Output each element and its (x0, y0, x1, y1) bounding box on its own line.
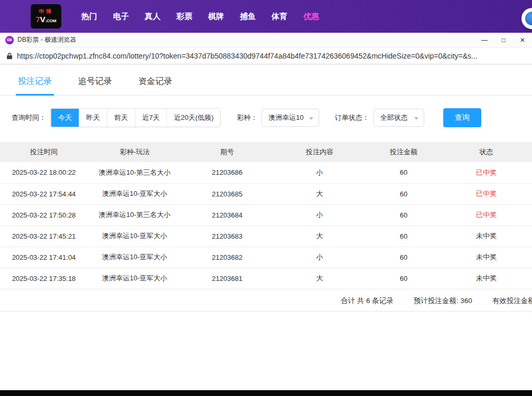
tab[interactable]: 投注记录 (16, 69, 54, 95)
close-button[interactable]: ✕ (513, 33, 532, 47)
cell-bet-time: 2025-03-22 17:50:28 (0, 204, 88, 225)
table-header-cell: 期号 (182, 142, 273, 162)
menu-item[interactable]: 体育 (272, 12, 287, 22)
service-badge-icon (525, 12, 532, 25)
cell-bet-time: 2025-03-22 17:41:04 (0, 247, 88, 268)
order-status-select-value: 全部状态 (380, 113, 408, 122)
menu-item[interactable]: 电子 (113, 12, 129, 22)
bet-records-table: 投注时间彩种-玩法期号投注内容投注金额状态 2025-03-22 18:00:2… (0, 142, 532, 289)
menu-item[interactable]: 棋牌 (208, 12, 224, 22)
minimize-button[interactable]: — (475, 33, 494, 47)
status-badge: 未中奖 (441, 268, 532, 289)
cell-issue: 21203683 (182, 225, 273, 247)
cell-issue: 21203682 (182, 247, 273, 268)
table-header: 投注时间彩种-玩法期号投注内容投注金额状态 (0, 142, 532, 162)
url-text: https://ctop02pchwp1.zfnc84.com/lottery/… (17, 52, 478, 60)
cell-bet-time: 2025-03-22 17:45:21 (0, 225, 88, 247)
status-badge: 已中奖 (441, 204, 532, 225)
window-titlebar: D8 DB彩票 - 极速浏览器 — □ ✕ (0, 33, 532, 48)
cell-game: 澳洲幸运10-亚军大小 (88, 268, 182, 289)
table-row: 2025-03-22 17:45:21 澳洲幸运10-亚军大小 21203683… (0, 225, 532, 247)
cell-issue: 21203684 (182, 204, 273, 225)
time-filter-button[interactable]: 今天 (51, 109, 79, 127)
menu-item[interactable]: 彩票 (176, 12, 192, 22)
floating-service-icon[interactable] (521, 8, 532, 29)
valid-amount-text: 有效投注金额 (492, 296, 532, 306)
cell-content: 大 (273, 225, 367, 247)
menu-item[interactable]: 优惠 (303, 12, 319, 22)
cell-content: 小 (273, 162, 367, 183)
time-filter-button[interactable]: 近7天 (135, 109, 166, 127)
cell-game: 澳洲幸运10-亚军大小 (88, 225, 182, 247)
search-button[interactable]: 查询 (443, 108, 481, 127)
table-row: 2025-03-22 17:35:18 澳洲幸运10-亚军大小 21203681… (0, 268, 532, 289)
logo-v: V (40, 15, 45, 24)
cell-game: 澳洲幸运10-第三名大小 (88, 162, 182, 183)
cell-amount: 60 (367, 183, 441, 204)
cell-content: 大 (273, 268, 367, 289)
time-filter-button[interactable]: 前天 (107, 109, 135, 127)
cell-content: 小 (273, 247, 367, 268)
lottery-select-value: 澳洲幸运10 (268, 113, 303, 122)
tab[interactable]: 追号记录 (76, 69, 114, 95)
record-tabs: 投注记录追号记录资金记录 (0, 69, 532, 96)
table-header-cell: 状态 (441, 142, 532, 162)
chevron-down-icon (414, 117, 418, 120)
tab[interactable]: 资金记录 (136, 69, 174, 95)
table-header-cell: 投注内容 (273, 142, 367, 162)
status-badge: 已中奖 (441, 162, 532, 183)
status-badge: 未中奖 (441, 225, 532, 247)
cell-amount: 60 (367, 162, 441, 183)
lottery-select[interactable]: 澳洲幸运10 (262, 109, 319, 127)
time-filter-button[interactable]: 昨天 (79, 109, 107, 127)
table-header-cell: 投注金额 (367, 142, 441, 162)
menu-item[interactable]: 热门 (81, 12, 97, 22)
table-header-cell: 投注时间 (0, 142, 88, 162)
summary-footer: 合计 共 6 条记录 预计投注金额: 360 有效投注金额 (0, 289, 532, 312)
filter-toolbar: 查询时间： 今天昨天前天近7天近20天(低频) 彩种： 澳洲幸运10 订单状态：… (12, 108, 532, 127)
titlebar-left: D8 DB彩票 - 极速浏览器 (5, 35, 76, 44)
maximize-button[interactable]: □ (494, 33, 513, 47)
cell-content: 小 (273, 204, 367, 225)
menu-item[interactable]: 真人 (145, 12, 161, 22)
time-filter-label: 查询时间： (12, 113, 46, 122)
address-bar[interactable]: https://ctop02pchwp1.zfnc84.com/lottery/… (0, 48, 532, 64)
bottom-black-bar (0, 390, 532, 396)
menu-item[interactable]: 捕鱼 (240, 12, 256, 22)
cell-bet-time: 2025-03-22 17:54:44 (0, 183, 88, 204)
logo-text-main: 7V.COM (35, 15, 56, 25)
window-title: DB彩票 - 极速浏览器 (17, 35, 76, 44)
order-status-select[interactable]: 全部状态 (374, 109, 424, 127)
table-row: 2025-03-22 17:54:44 澳洲幸运10-亚军大小 21203685… (0, 183, 532, 204)
logo-com: .COM (45, 18, 57, 23)
top-navigation: 申博 7V.COM 热门电子真人彩票棋牌捕鱼体育优惠 (0, 0, 532, 33)
cell-game: 澳洲幸运10-亚军大小 (88, 183, 182, 204)
cell-content: 大 (273, 183, 367, 204)
table-row: 2025-03-22 18:00:22 澳洲幸运10-第三名大小 2120368… (0, 162, 532, 183)
chevron-down-icon (309, 117, 313, 120)
cell-issue: 21203681 (182, 268, 273, 289)
logo-text-cn: 申博 (39, 8, 53, 15)
screen: 申博 7V.COM 热门电子真人彩票棋牌捕鱼体育优惠 D8 DB彩票 - 极速浏… (0, 0, 532, 396)
table-body: 2025-03-22 18:00:22 澳洲幸运10-第三名大小 2120368… (0, 162, 532, 289)
status-badge: 未中奖 (441, 247, 532, 268)
time-filter-button[interactable]: 近20天(低频) (166, 109, 220, 127)
table-header-cell: 彩种-玩法 (88, 142, 182, 162)
lottery-label: 彩种： (237, 113, 257, 122)
logo-seven: 7 (35, 15, 40, 24)
cell-game: 澳洲幸运10-亚军大小 (88, 247, 182, 268)
expected-amount-text: 预计投注金额: 360 (414, 296, 472, 306)
table-row: 2025-03-22 17:41:04 澳洲幸运10-亚军大小 21203682… (0, 247, 532, 268)
order-status-label: 订单状态： (335, 113, 369, 122)
cell-bet-time: 2025-03-22 17:35:18 (0, 268, 88, 289)
status-badge: 已中奖 (441, 183, 532, 204)
time-filter-group: 今天昨天前天近7天近20天(低频) (50, 108, 221, 127)
cell-game: 澳洲幸运10-第三名大小 (88, 204, 182, 225)
site-logo[interactable]: 申博 7V.COM (31, 4, 61, 29)
cell-amount: 60 (367, 268, 441, 289)
summary-footer-inner: 合计 共 6 条记录 预计投注金额: 360 有效投注金额 (341, 296, 532, 306)
table-row: 2025-03-22 17:50:28 澳洲幸运10-第三名大小 2120368… (0, 204, 532, 225)
cell-issue: 21203686 (182, 162, 273, 183)
main-menu: 热门电子真人彩票棋牌捕鱼体育优惠 (81, 12, 319, 22)
cell-amount: 60 (367, 225, 441, 247)
